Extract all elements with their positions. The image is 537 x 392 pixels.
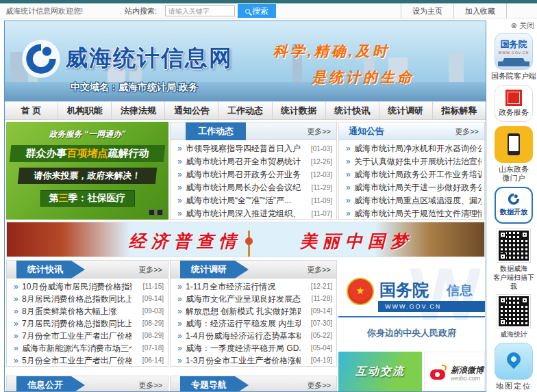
news-item[interactable]: 10月份威海市居民消费价格指数同...[11-15] [7,280,168,293]
site-banner: 威海统计信息网 科学,精确,及时 是统计的生命 中文域名：威海市统计局.政务 [5,21,486,101]
weihai-stats-qr-code[interactable] [497,295,530,328]
data-open-icon[interactable]: 数据开放 [495,187,533,224]
info-open-header: 信息公开 更多>> [7,376,168,392]
info-open-title-pennant[interactable]: 信息公开 [16,376,85,392]
work-news-title-tab[interactable]: 工作动态 [186,122,246,140]
news-item[interactable]: 1-11月全市经济运行情况[12-21] [171,280,336,293]
news-item[interactable]: 威海：一季度经济平稳开局 GD...[05-04] [171,342,336,354]
news-item[interactable]: 5月份全市工业生产者出厂价格同比...[06-14] [7,354,168,367]
work-news-more-link[interactable]: 更多>> [307,122,331,140]
nav-item-notices[interactable]: 通知公告 [165,102,218,119]
gov-cn-banner[interactable]: 国务院 信息 WWW.GOV.CN 你身边的中央人民政府 [338,260,485,345]
carousel-dot[interactable] [157,209,163,215]
news-item[interactable]: 威海市文化产业呈现良好发展态势[11-28] [171,293,336,305]
stats-news-more-link[interactable]: 更多>> [138,261,162,278]
nav-item-work-news[interactable]: 工作动态 [218,102,272,119]
banner-slogan-line1: 科学,精确,及时 [273,42,390,61]
notices-more-link[interactable]: 更多>> [455,122,479,140]
news-item[interactable]: 7月份全市工业生产者出厂价格同比...[08-29] [7,330,168,342]
stats-research-list: 1-11月全市经济运行情况[12-21] 威海市文化产业呈现良好发展态势[11-… [171,278,336,367]
gov-card-url: WWW.GOV.CN [378,301,485,312]
news-item[interactable]: 威海市统计局深入推进党组织、党员...[11-07] [171,207,336,220]
qr-eye [521,297,528,304]
news-item[interactable]: 威海市统计局召开全市贸易统计年报...[12-26] [171,155,336,168]
news-item[interactable]: 威海市新能源汽车消费市场三个问题...[07-18] [7,342,168,354]
news-item[interactable]: 解放思想 创新模式 扎实做好第四...[09-14] [171,305,336,317]
topics-title-pennant[interactable]: 专题导航 [180,376,249,392]
qr-eye [499,319,506,326]
sidebar-close-button[interactable]: ⊗ 关闭 [511,21,534,31]
green-promo-banner[interactable]: 政务服务 “一网通办” 群众办事百项堵点疏解行动 请你来投票，政府来解决！ 第三… [6,122,168,220]
stats-news-title-pennant[interactable]: 统计快讯 [16,261,85,278]
top-bar: 威海统计信息网欢迎您! 站内搜索: 搜索 设为主页 加入收藏 [0,3,537,18]
qr-eye [521,231,528,238]
info-open-more-link[interactable]: 更多>> [138,376,162,392]
news-item[interactable]: 1-4月份威海经济运行态势基本稳...[05-22] [171,330,336,342]
census-slogan-left: 经济普查情 [129,230,242,252]
interaction-banner-label: 互动交流 [355,365,405,379]
news-item[interactable]: 威海市统计局关于进一步做好政务公开工 [339,181,484,194]
stats-research-header: 统计调研 更多>> [171,261,336,278]
nav-item-home[interactable]: 首 页 [5,102,58,119]
nav-item-stats-research[interactable]: 统计调研 [379,102,433,119]
chinese-domain-text: 中文域名：威海市统计局.政务 [71,81,198,94]
stats-news-box: 统计快讯 更多>> 10月份威海市居民消费价格指数同...[11-15] 8月居… [6,260,168,367]
weibo-icon [430,365,448,380]
add-favorite-link[interactable]: 加入收藏 [454,3,507,18]
map-locate-icon[interactable] [495,343,533,380]
gov-card-tagline: 你身边的中央人民政府 [338,327,485,339]
news-item[interactable]: 威海：经济运行平稳发展 内生动...[07-30] [171,317,336,330]
census-banner[interactable]: 经济普查情 美丽中国梦 [6,222,485,257]
data-weihai-qr-code[interactable] [497,229,530,262]
news-item[interactable]: 关于认真做好集中开展统计法治宣传活动 [339,155,484,168]
gov-client-app-icon[interactable]: 国务院 WWW.GOV.CN [495,33,533,70]
news-item[interactable]: 威海市统计局局长办公会会议纪要[11-29] [171,181,336,194]
weihai-stats-qr-label: 威海统计 [500,330,527,339]
news-item[interactable]: 威海市统计局政务公开工作业务培训计划 [339,168,484,181]
notices-header: 通知公告 更多>> [339,122,484,140]
news-item[interactable]: 8月居民消费价格总指数同比上涨2...[09-14] [7,293,168,305]
search-button[interactable]: 搜索 [238,4,276,18]
search-button-label: 搜索 [252,5,268,17]
nav-item-org[interactable]: 机构职能 [58,102,112,119]
shandong-portal-icon[interactable] [495,126,533,163]
news-item[interactable]: 威海市统计局净水机和开水器询价公告 [339,142,484,155]
site-search-label: 站内搜索: [125,3,157,18]
nav-item-indicators[interactable]: 指标解释 [433,102,486,119]
floating-sidebar: ⊗ 关闭 国务院 WWW.GOV.CN 国务院客户端 政务服务 山东政务微门户 … [490,21,537,392]
promo-line1: 政务服务 “一网通办” [6,129,168,140]
news-item[interactable]: 威海市统计局召开政务公开业务培训...[12-03] [171,168,336,181]
work-news-box: 工作动态 更多>> 市领导视察指导四经普首日入户登记[01-03] 威海市统计局… [170,122,337,220]
carousel-dot[interactable] [149,209,155,215]
stats-research-title-pennant[interactable]: 统计调研 [180,261,249,278]
nav-item-stats-data[interactable]: 统计数据 [273,102,326,119]
nav-item-stats-news[interactable]: 统计快讯 [326,102,379,119]
data-open-logo-icon [506,192,521,207]
close-label: 关闭 [519,21,534,29]
interaction-banner[interactable]: 互动交流 [338,352,422,391]
news-item[interactable]: 威海市统计局“全”“准”“活”严...[11-09] [171,194,336,207]
news-item[interactable]: 威海市统计局关于规范性文件清理情况的 [339,207,484,220]
news-item[interactable]: 威海市统计局重点区域温湿度、漏水、烟 [339,194,484,207]
set-homepage-link[interactable]: 设为主页 [401,3,454,18]
news-item[interactable]: 市领导视察指导四经普首日入户登记[01-03] [171,142,336,155]
notices-box: 通知公告 更多>> 威海市统计局净水机和开水器询价公告 关于认真做好集中开展统计… [338,122,485,220]
notices-title[interactable]: 通知公告 [349,122,384,140]
phone-icon [508,133,520,155]
topics-box: 专题导航 更多>> [170,376,337,392]
gov-service-icon[interactable]: 政务服务 [495,85,533,122]
shandong-portal-label: 山东政务微门户 [499,165,529,183]
news-item[interactable]: 1-3月份全市工业生产者价格涨幅...[04-19] [171,354,336,367]
news-item[interactable]: 8月蛋类鲜菜价格大幅上涨[09-03] [7,305,168,317]
census-slogan-right: 美丽中国梦 [300,230,413,252]
topics-more-link[interactable]: 更多>> [307,376,331,392]
promo-line3: 请你来投票，政府来解决！ [18,168,158,184]
qr-eye [499,297,506,304]
qr-eye [499,253,506,260]
qr-eye [499,231,506,238]
stats-research-more-link[interactable]: 更多>> [307,261,331,278]
search-input[interactable] [165,5,235,16]
nav-item-laws[interactable]: 法律法规 [112,102,165,119]
weibo-banner[interactable]: 新浪微博 weibo.com [424,352,485,391]
news-item[interactable]: 7月居民消费价格总指数同比上涨2...[08-29] [7,317,168,330]
